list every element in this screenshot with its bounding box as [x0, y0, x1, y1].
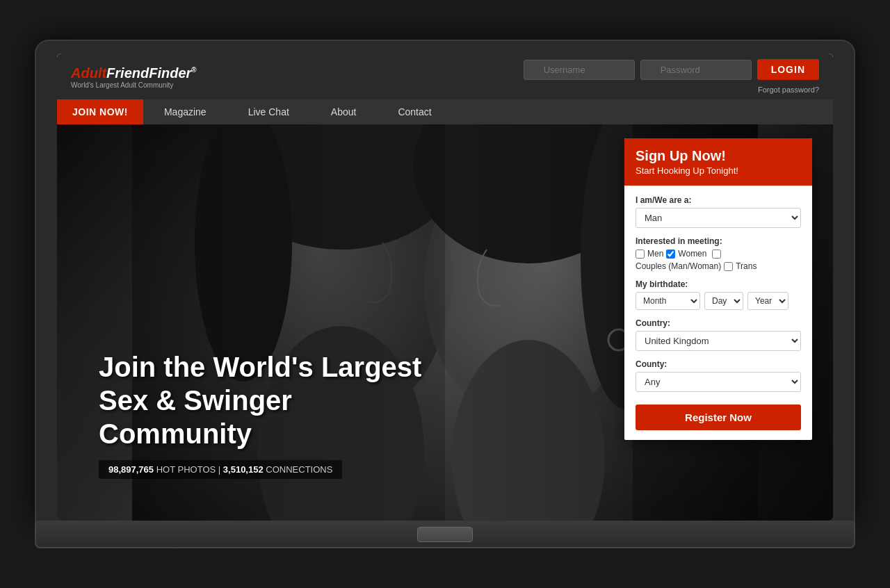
county-select[interactable]: Any [636, 372, 801, 392]
signup-subtitle: Start Hooking Up Tonight! [636, 165, 801, 176]
iam-select[interactable]: Man Woman Couple (Man+Woman) Trans [636, 208, 801, 228]
nav-live-chat[interactable]: Live Chat [227, 99, 310, 124]
iam-label: I am/We are a: [636, 195, 801, 205]
trackpad [417, 527, 473, 542]
signup-title: Sign Up Now! [636, 148, 801, 164]
connections-label: CONNECTIONS [266, 464, 332, 475]
signup-form: Sign Up Now! Start Hooking Up Tonight! I… [624, 138, 812, 440]
website: AdultFriendFinder® World's Largest Adult… [57, 54, 833, 521]
country-label: Country: [636, 318, 801, 328]
header-right: 👤 🔒 LOGIN Forgot password? [524, 59, 819, 94]
username-input[interactable] [524, 60, 635, 80]
hero-title: Join the World's Largest Sex & Swinger C… [99, 350, 446, 450]
interested-group: Interested in meeting: Men Women Couples… [636, 236, 801, 271]
photos-label: HOT PHOTOS [156, 464, 216, 475]
day-select[interactable]: Day [704, 292, 743, 310]
birthdate-label: My birthdate: [636, 279, 801, 289]
screen: AdultFriendFinder® World's Largest Adult… [57, 54, 833, 521]
year-select[interactable]: Year [747, 292, 788, 310]
navigation: JOIN NOW! Magazine Live Chat About Conta… [57, 99, 833, 124]
nav-magazine[interactable]: Magazine [143, 99, 227, 124]
photos-count: 98,897,765 [108, 464, 154, 475]
login-button[interactable]: LOGIN [757, 59, 819, 80]
logo-tm: ® [191, 66, 196, 74]
trans-checkbox[interactable] [724, 262, 733, 271]
month-select[interactable]: Month JanuaryFebruaryMarch AprilMayJune … [636, 292, 700, 310]
logo-text: AdultFriendFinder® [71, 65, 197, 81]
county-label: County: [636, 359, 801, 369]
interested-label: Interested in meeting: [636, 236, 801, 246]
hero-content: Join the World's Largest Sex & Swinger C… [99, 350, 446, 479]
logo-subtitle: World's Largest Adult Community [71, 81, 197, 89]
logo-adult: Adult [71, 65, 106, 81]
connections-count: 3,510,152 [223, 464, 264, 475]
men-checkbox[interactable] [636, 250, 645, 259]
screen-bezel: AdultFriendFinder® World's Largest Adult… [35, 40, 855, 522]
stats-divider: | [218, 464, 220, 475]
hero-stats: 98,897,765 HOT PHOTOS | 3,510,152 CONNEC… [99, 460, 342, 479]
password-wrapper: 🔒 [640, 60, 752, 80]
password-input[interactable] [640, 60, 752, 80]
birthdate-row: Month JanuaryFebruaryMarch AprilMayJune … [636, 292, 801, 310]
signup-header: Sign Up Now! Start Hooking Up Tonight! [624, 138, 812, 186]
women-label: Women [678, 249, 706, 259]
trans-label: Trans [736, 261, 756, 271]
interested-checkboxes: Men Women Couples (Man/Woman) Trans [636, 249, 801, 271]
country-group: Country: United Kingdom United States Ca… [636, 318, 801, 351]
couples-checkbox[interactable] [712, 250, 721, 259]
women-checkbox[interactable] [666, 250, 675, 259]
laptop-base [35, 522, 855, 548]
site-header: AdultFriendFinder® World's Largest Adult… [57, 54, 833, 99]
county-group: County: Any [636, 359, 801, 392]
register-button[interactable]: Register Now [636, 405, 801, 430]
birthdate-group: My birthdate: Month JanuaryFebruaryMarch… [636, 279, 801, 310]
nav-contact[interactable]: Contact [377, 99, 452, 124]
hero-section: Join the World's Largest Sex & Swinger C… [57, 124, 833, 521]
laptop-wrapper: AdultFriendFinder® World's Largest Adult… [35, 40, 855, 548]
nav-about[interactable]: About [310, 99, 378, 124]
join-now-button[interactable]: JOIN NOW! [57, 99, 143, 124]
username-wrapper: 👤 [524, 60, 635, 80]
signup-body: I am/We are a: Man Woman Couple (Man+Wom… [624, 186, 812, 440]
logo-friendfinder: FriendFinder [106, 65, 191, 81]
header-inputs: 👤 🔒 LOGIN [524, 59, 819, 80]
country-select[interactable]: United Kingdom United States Canada Aust… [636, 331, 801, 351]
iam-group: I am/We are a: Man Woman Couple (Man+Wom… [636, 195, 801, 228]
couples-label: Couples (Man/Woman) [636, 261, 721, 271]
men-label: Men [647, 249, 663, 259]
forgot-password-link[interactable]: Forgot password? [758, 85, 819, 94]
logo: AdultFriendFinder® World's Largest Adult… [71, 65, 197, 89]
